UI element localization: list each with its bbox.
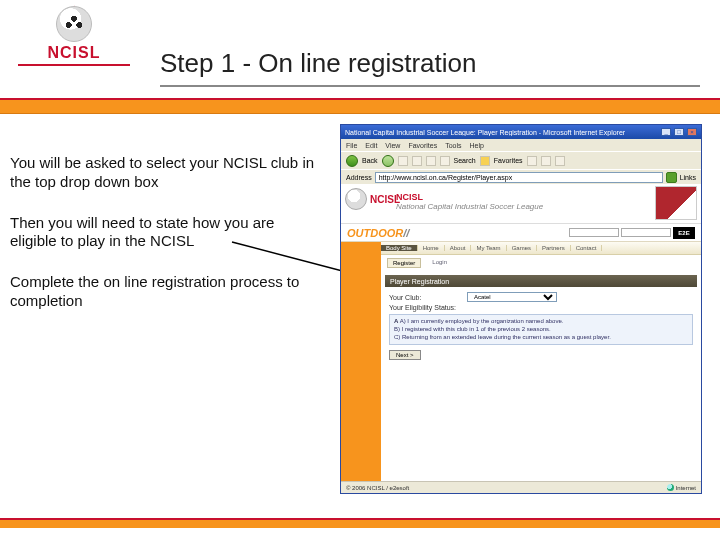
outdoor-label: OUTDOOR// (347, 227, 409, 239)
address-input[interactable]: http://www.ncisl.on.ca/Register/Player.a… (375, 172, 663, 183)
elig-option-a[interactable]: A A) I am currently employed by the orga… (394, 318, 688, 326)
minimize-button[interactable]: _ (661, 128, 671, 136)
menu-favorites[interactable]: Favorites (408, 142, 437, 149)
site-logo[interactable]: NCISL (345, 188, 400, 210)
forward-button[interactable] (382, 155, 394, 167)
tab-myteam[interactable]: My Team (471, 245, 506, 251)
eligibility-options: A A) I am currently employed by the orga… (389, 314, 693, 345)
mini-ball-icon (345, 188, 367, 210)
tab-contact[interactable]: Contact (571, 245, 603, 251)
menu-help[interactable]: Help (470, 142, 484, 149)
back-button[interactable] (346, 155, 358, 167)
soccer-ball-icon (56, 6, 92, 42)
logo-underline (18, 64, 130, 66)
links-label: Links (680, 174, 696, 181)
title-underline (160, 85, 700, 87)
instruction-text: You will be asked to select your NCISL c… (10, 154, 320, 333)
sub-banner: OUTDOOR// E2E (341, 224, 701, 242)
elig-option-b[interactable]: B) I registered with this club in 1 of t… (394, 326, 688, 334)
status-left: © 2006 NCISL / e2esoft (346, 485, 409, 491)
label-club: Your Club: (389, 294, 461, 301)
home-icon[interactable] (426, 156, 436, 166)
slide-content: You will be asked to select your NCISL c… (0, 114, 720, 514)
next-button[interactable]: Next > (389, 350, 421, 360)
maximize-button[interactable]: □ (674, 128, 684, 136)
address-value: http://www.ncisl.on.ca/Register/Player.a… (379, 174, 512, 181)
browser-toolbar: Back Search Favorites (341, 151, 701, 169)
page-body: Body Site Home About My Team Games Partn… (341, 242, 701, 481)
page-title: Step 1 - On line registration (160, 48, 477, 79)
league-banner: NCISL National Capital Industrial Soccer… (396, 192, 651, 211)
sponsor-badge: E2E (673, 227, 695, 239)
ncisl-logo: ✦ NCISL (18, 6, 130, 66)
main-nav-tabs: Body Site Home About My Team Games Partn… (381, 242, 701, 255)
window-controls: _ □ × (660, 128, 697, 136)
section-header: Player Registration (385, 275, 697, 287)
search-icon[interactable] (440, 156, 450, 166)
status-right: Internet (676, 485, 696, 491)
webpage-content: NCISL NCISL National Capital Industrial … (341, 184, 701, 481)
print-icon[interactable] (555, 156, 565, 166)
stop-icon[interactable] (398, 156, 408, 166)
tab-about[interactable]: About (445, 245, 472, 251)
tab-body-site[interactable]: Body Site (381, 245, 418, 251)
instruction-p1: You will be asked to select your NCISL c… (10, 154, 320, 192)
banner-full-name: National Capital Industrial Soccer Leagu… (396, 202, 543, 211)
browser-menubar: File Edit View Favorites Tools Help (341, 139, 701, 151)
logo-text: NCISL (18, 44, 130, 62)
address-label: Address (346, 174, 372, 181)
back-label: Back (362, 157, 378, 164)
history-icon[interactable] (527, 156, 537, 166)
browser-statusbar: © 2006 NCISL / e2esoft Internet (341, 481, 701, 493)
row-club: Your Club: Acatel (381, 291, 701, 303)
instruction-p3: Complete the on line registration proces… (10, 273, 320, 311)
banner-acronym: NCISL (396, 192, 423, 202)
elig-option-c[interactable]: C) Returning from an extended leave duri… (394, 334, 688, 342)
go-button[interactable] (666, 172, 677, 183)
status-right-wrap: Internet (667, 484, 696, 491)
internet-zone-icon (667, 484, 674, 491)
browser-window: National Capital Industrial Soccer Leagu… (340, 124, 702, 494)
menu-tools[interactable]: Tools (445, 142, 461, 149)
menu-edit[interactable]: Edit (365, 142, 377, 149)
refresh-icon[interactable] (412, 156, 422, 166)
row-eligibility: Your Eligibility Status: (381, 303, 701, 312)
site-search-input[interactable] (569, 228, 619, 237)
button-row: Next > (381, 347, 701, 363)
footer-orange-bar (0, 518, 720, 528)
address-bar: Address http://www.ncisl.on.ca/Register/… (341, 169, 701, 184)
instruction-p2: Then you will need to state how you are … (10, 214, 320, 252)
mail-icon[interactable] (541, 156, 551, 166)
menu-view[interactable]: View (385, 142, 400, 149)
window-title: National Capital Industrial Soccer Leagu… (345, 129, 625, 136)
tab-games[interactable]: Games (507, 245, 537, 251)
site-search-input-2[interactable] (621, 228, 671, 237)
label-eligibility: Your Eligibility Status: (389, 304, 461, 311)
menu-file[interactable]: File (346, 142, 357, 149)
favorites-label: Favorites (494, 157, 523, 164)
tab-home[interactable]: Home (418, 245, 445, 251)
main-panel: Body Site Home About My Team Games Partn… (381, 242, 701, 481)
left-orange-sidebar (341, 242, 381, 481)
header-orange-bar (0, 98, 720, 114)
favorites-icon[interactable] (480, 156, 490, 166)
window-titlebar: National Capital Industrial Soccer Leagu… (341, 125, 701, 139)
subtab-login[interactable]: Login (427, 258, 452, 268)
close-button[interactable]: × (687, 128, 697, 136)
slide-header: ✦ NCISL Step 1 - On line registration (0, 0, 720, 98)
site-header: NCISL NCISL National Capital Industrial … (341, 184, 701, 224)
tab-partners[interactable]: Partners (537, 245, 571, 251)
subtab-register[interactable]: Register (387, 258, 421, 268)
player-photo (655, 186, 697, 220)
search-label: Search (454, 157, 476, 164)
club-select[interactable]: Acatel (467, 292, 557, 302)
site-search: E2E (569, 227, 695, 239)
